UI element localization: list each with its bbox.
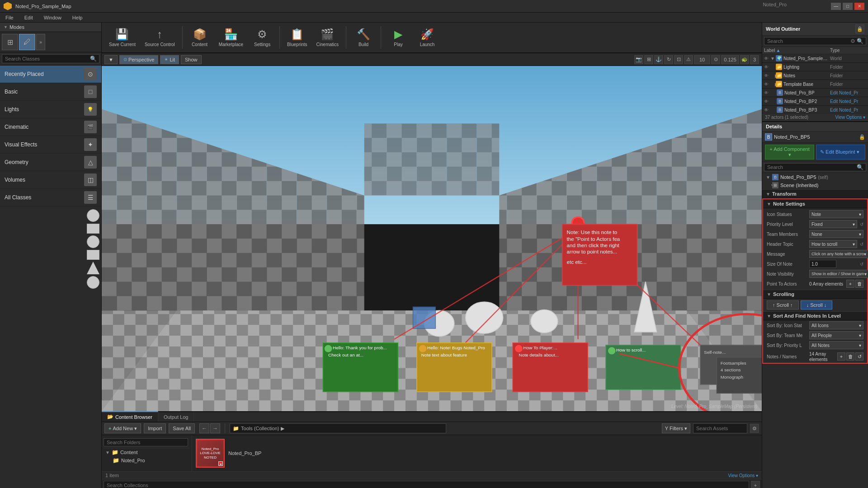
menu-edit[interactable]: Edit bbox=[23, 14, 35, 21]
vp-dropdown-btn[interactable]: ▼ bbox=[104, 55, 118, 64]
vp-snap-value[interactable]: 10 bbox=[694, 55, 710, 64]
cb-view-options-btn[interactable]: View Options ▾ bbox=[728, 473, 758, 478]
category-cinematic[interactable]: Cinematic 🎬 bbox=[0, 118, 101, 136]
category-lights[interactable]: Lights 💡 bbox=[0, 101, 101, 118]
comp-row-scene[interactable]: ▼ ⊞ Scene (Inherited) bbox=[762, 181, 868, 189]
size-reset-btn[interactable]: ↺ bbox=[860, 262, 863, 267]
icon-statuses-dropdown[interactable]: Note ▾ bbox=[809, 210, 863, 218]
search-folders-input[interactable] bbox=[104, 438, 188, 446]
size-input[interactable] bbox=[809, 260, 836, 268]
close-button[interactable]: ✕ bbox=[854, 3, 864, 10]
priority-reset-btn[interactable]: ↺ bbox=[860, 222, 863, 227]
transform-section-header[interactable]: ▼ Transform bbox=[762, 189, 868, 198]
launch-btn[interactable]: 🚀 Launch bbox=[414, 24, 441, 51]
cb-settings-icon[interactable]: ⚙ bbox=[750, 424, 759, 433]
search-assets-input[interactable] bbox=[693, 423, 747, 433]
scroll-up-btn[interactable]: ↑ Scroll ↑ bbox=[767, 300, 799, 310]
cinematics-btn[interactable]: 🎬 Cinematics bbox=[313, 24, 342, 51]
content-btn[interactable]: 📦 Content bbox=[186, 24, 213, 51]
sort-icon-stat-dropdown[interactable]: All Icons ▾ bbox=[809, 321, 863, 329]
perspective-btn[interactable]: ⊙ Perspective bbox=[119, 55, 158, 64]
tab-content-browser[interactable]: 📂 Content Browser bbox=[102, 411, 158, 422]
tab-output-log[interactable]: Output Log bbox=[158, 412, 194, 422]
menu-window[interactable]: Window bbox=[42, 14, 63, 21]
vp-scale-icon[interactable]: ⊡ bbox=[674, 55, 683, 64]
vp-cam-speed-icon[interactable]: 🐢 bbox=[740, 55, 749, 64]
category-visual-effects[interactable]: Visual Effects ✦ bbox=[0, 136, 101, 154]
scrolling-section-header[interactable]: ▼ Scrolling bbox=[763, 290, 867, 299]
visibility-dropdown[interactable]: Show in editor / Show in gam ▾ bbox=[809, 270, 868, 278]
vp-snap2-icon[interactable]: ⊙ bbox=[711, 55, 720, 64]
vp-warn-icon[interactable]: ⚠ bbox=[684, 55, 693, 64]
wo-view-options-btn[interactable]: View Options ▾ bbox=[835, 115, 865, 120]
build-btn[interactable]: 🔨 Build bbox=[350, 24, 377, 51]
header-topic-reset-btn[interactable]: ↺ bbox=[860, 242, 863, 247]
vp-snap-icon[interactable]: ⚓ bbox=[654, 55, 663, 64]
pta-delete-btn[interactable]: 🗑 bbox=[855, 280, 863, 288]
menu-help[interactable]: Help bbox=[71, 14, 85, 21]
category-all-classes[interactable]: All Classes ☰ bbox=[0, 189, 101, 206]
wo-row-template[interactable]: 👁 ▶ 📁 Template Base Folder bbox=[762, 80, 868, 89]
message-dropdown[interactable]: Click on any Note with a scro ▾ bbox=[809, 250, 868, 258]
search-collections-input[interactable] bbox=[104, 481, 749, 488]
category-volumes[interactable]: Volumes ◫ bbox=[0, 171, 101, 189]
add-collection-icon[interactable]: + bbox=[751, 481, 760, 488]
vp-snap2-value[interactable]: 0.125 bbox=[721, 55, 739, 64]
folder-content[interactable]: ▼ 📁 Content bbox=[104, 448, 190, 456]
asset-thumbnail[interactable]: Noted_ProLOVE-LOVENOTED ● bbox=[196, 439, 225, 468]
menu-file[interactable]: File bbox=[4, 14, 15, 21]
wo-row-bp1[interactable]: 👁 B Noted_Pro_BP Edit Noted_Pr bbox=[762, 89, 868, 97]
cb-back-btn[interactable]: ← bbox=[199, 423, 209, 433]
settings-btn[interactable]: ⚙ Settings bbox=[249, 24, 276, 51]
team-dropdown[interactable]: None ▾ bbox=[809, 230, 863, 238]
header-topic-dropdown[interactable]: How to scroll ▾ bbox=[809, 240, 857, 248]
show-btn[interactable]: Show bbox=[181, 55, 202, 64]
scroll-down-btn[interactable]: ↓ Scroll ↓ bbox=[801, 300, 833, 310]
play-btn[interactable]: ▶ Play bbox=[385, 24, 412, 51]
minimize-button[interactable]: — bbox=[831, 3, 841, 10]
modes-expand-btn[interactable]: » bbox=[36, 34, 45, 50]
vp-rot-icon[interactable]: ↻ bbox=[664, 55, 673, 64]
wo-row-bp2[interactable]: 👁 B Noted_Pro_BP2 Edit Noted_Pr bbox=[762, 97, 868, 106]
folder-noted-pro[interactable]: 📁 Noted_Pro bbox=[104, 456, 190, 465]
maximize-button[interactable]: □ bbox=[843, 3, 853, 10]
details-search-input[interactable] bbox=[764, 163, 866, 171]
add-new-btn[interactable]: + Add New ▾ bbox=[104, 423, 141, 433]
wo-row-world[interactable]: 👁 ▼ 🌍 Noted_Pro_SampleMap (Edit World bbox=[762, 54, 868, 63]
edit-blueprint-btn[interactable]: ✎ Edit Blueprint ▾ bbox=[816, 145, 865, 160]
sort-find-section-header[interactable]: ▼ Sort And Find Notes In Level bbox=[763, 311, 867, 320]
wo-row-lighting[interactable]: 👁 ▼ 📁 Lighting Folder bbox=[762, 63, 868, 71]
wo-row-bp3[interactable]: 👁 B Noted_Pro_BP3 Edit Noted_Pr bbox=[762, 106, 868, 113]
pta-add-btn[interactable]: + bbox=[846, 280, 854, 288]
save-all-btn[interactable]: Save All bbox=[169, 423, 195, 433]
paint-mode-btn[interactable]: 🖊 bbox=[19, 34, 35, 50]
save-current-btn[interactable]: 💾 Save Current bbox=[105, 24, 139, 51]
notes-names-add-btn[interactable]: + bbox=[837, 352, 845, 361]
filters-btn[interactable]: Y Filters ▾ bbox=[662, 423, 690, 433]
comp-row-self[interactable]: ▼ B Noted_Pro_BP5 (self) bbox=[762, 173, 868, 181]
search-classes-input[interactable] bbox=[2, 54, 99, 63]
source-control-btn[interactable]: ↑ Source Control bbox=[141, 24, 179, 51]
category-geometry[interactable]: Geometry △ bbox=[0, 154, 101, 171]
vp-cam-speed-val[interactable]: 3 bbox=[750, 55, 759, 64]
lit-btn[interactable]: ☀ Lit bbox=[160, 55, 179, 64]
note-settings-header[interactable]: ▼ Note Settings bbox=[763, 199, 867, 208]
marketplace-btn[interactable]: 🏪 Marketplace bbox=[215, 24, 247, 51]
place-mode-btn[interactable]: ⊞ bbox=[2, 34, 18, 50]
add-component-btn[interactable]: + Add Component ▾ bbox=[765, 145, 814, 160]
vp-grid-icon[interactable]: ⊞ bbox=[644, 55, 653, 64]
sort-priority-dropdown[interactable]: All Notes ▾ bbox=[809, 341, 863, 349]
vp-cam-icon[interactable]: 📷 bbox=[634, 55, 643, 64]
blueprints-btn[interactable]: 📋 Blueprints bbox=[283, 24, 311, 51]
priority-dropdown[interactable]: Fixed ▾ bbox=[809, 220, 857, 228]
sort-team-dropdown[interactable]: All People ▾ bbox=[809, 331, 863, 339]
wo-row-notes[interactable]: 👁 ▶ 📁 Notes Folder bbox=[762, 71, 868, 80]
notes-names-refresh-btn[interactable]: ↺ bbox=[855, 352, 863, 361]
viewport-3d[interactable]: Note: Use this note to the "Point to Act… bbox=[102, 66, 762, 411]
category-basic[interactable]: Basic □ bbox=[0, 83, 101, 101]
cb-forward-btn[interactable]: → bbox=[210, 423, 220, 433]
notes-names-delete-btn[interactable]: 🗑 bbox=[846, 352, 854, 361]
import-btn[interactable]: Import bbox=[144, 423, 166, 433]
wo-lock-icon[interactable]: 🔒 bbox=[855, 24, 864, 33]
category-recently-placed[interactable]: Recently Placed ⊙ bbox=[0, 66, 101, 83]
